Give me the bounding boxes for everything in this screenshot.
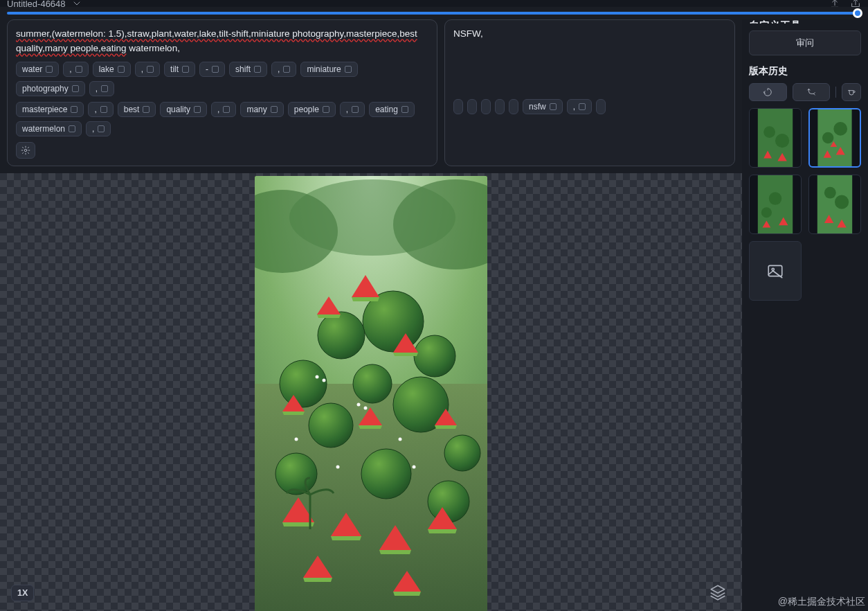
negative-tags: nsfw ,: [453, 99, 726, 114]
tag-remove-icon[interactable]: [182, 66, 189, 73]
svg-point-41: [824, 187, 836, 199]
svg-point-36: [822, 132, 833, 143]
tag-comma[interactable]: ,: [340, 102, 365, 117]
tag-remove-icon[interactable]: [100, 106, 107, 113]
positive-tags-row1: water , lake , tilt - shift , miniature …: [16, 62, 428, 96]
tag-many[interactable]: many: [240, 102, 283, 117]
thumb-2[interactable]: [808, 108, 861, 168]
tool-settings-icon[interactable]: [596, 99, 606, 114]
progress-slider[interactable]: [0, 7, 868, 19]
tag-remove-icon[interactable]: [212, 66, 219, 73]
tag-remove-icon[interactable]: [75, 66, 82, 73]
thumb-3[interactable]: [749, 175, 802, 234]
svg-point-0: [24, 149, 27, 152]
svg-point-27: [399, 437, 402, 441]
tool-image-icon[interactable]: [481, 99, 491, 114]
history-branch-button[interactable]: [793, 83, 831, 101]
negative-prompt-box[interactable]: NSFW, nsfw ,: [444, 19, 735, 166]
tag-remove-icon[interactable]: [69, 125, 75, 132]
svg-point-14: [414, 335, 455, 377]
tag-remove-icon[interactable]: [345, 66, 352, 73]
watermark-text: @稀土掘金技术社区: [778, 596, 865, 608]
tag-comma[interactable]: ,: [211, 102, 236, 117]
generated-image[interactable]: [255, 176, 487, 611]
tag-remove-icon[interactable]: [101, 85, 108, 92]
sidebar: 自定义工具 审问 版本历史: [742, 19, 868, 611]
svg-point-20: [444, 435, 480, 471]
settings-gear-icon[interactable]: [16, 142, 35, 159]
tag-remove-icon[interactable]: [118, 66, 125, 73]
tool-focus-icon[interactable]: [467, 99, 477, 114]
svg-point-21: [361, 449, 411, 499]
svg-point-29: [413, 465, 416, 468]
tag-tilt[interactable]: tilt: [164, 62, 195, 77]
tag-nsfw[interactable]: nsfw: [523, 99, 563, 114]
svg-point-25: [357, 402, 361, 406]
thumb-placeholder[interactable]: [749, 241, 802, 301]
tag-remove-icon[interactable]: [194, 106, 201, 113]
tag-remove-icon[interactable]: [401, 106, 408, 113]
layers-icon[interactable]: [709, 583, 727, 601]
history-undo-button[interactable]: [749, 83, 787, 101]
svg-point-39: [761, 207, 772, 218]
tag-dash[interactable]: -: [199, 62, 225, 77]
thumb-1[interactable]: [749, 108, 802, 168]
tag-photography[interactable]: photography: [16, 81, 85, 96]
tag-comma[interactable]: ,: [63, 62, 88, 77]
positive-tags-row2: masterpiece , best quality , many people…: [16, 102, 428, 136]
tag-comma[interactable]: ,: [271, 62, 296, 77]
tag-remove-icon[interactable]: [271, 106, 278, 113]
tag-remove-icon[interactable]: [72, 85, 79, 92]
tag-people[interactable]: people: [288, 102, 336, 117]
tag-comma[interactable]: ,: [567, 99, 592, 114]
tag-shift[interactable]: shift: [229, 62, 267, 77]
tag-remove-icon[interactable]: [98, 125, 105, 132]
svg-point-18: [309, 403, 353, 448]
tag-remove-icon[interactable]: [143, 106, 150, 113]
svg-point-38: [769, 192, 781, 204]
app-header: Untitled-46648: [0, 0, 868, 7]
zoom-level-badge[interactable]: 1X: [11, 585, 34, 601]
tag-remove-icon[interactable]: [254, 66, 261, 73]
tag-lake[interactable]: lake: [93, 62, 131, 77]
prompt-panels: summer,(watermelon: 1.5),straw,plant,wat…: [0, 19, 742, 173]
tag-comma[interactable]: ,: [135, 62, 160, 77]
positive-prompt-text[interactable]: summer,(watermelon: 1.5),straw,plant,wat…: [16, 27, 428, 56]
tag-comma[interactable]: ,: [88, 102, 113, 117]
tag-remove-icon[interactable]: [223, 106, 230, 113]
tag-remove-icon[interactable]: [550, 103, 557, 110]
tag-water[interactable]: water: [16, 62, 59, 77]
tag-best[interactable]: best: [118, 102, 156, 117]
review-button[interactable]: 审问: [749, 30, 861, 55]
tag-remove-icon[interactable]: [323, 106, 329, 113]
tool-crop-icon[interactable]: [453, 99, 463, 114]
svg-point-30: [336, 465, 340, 468]
tag-remove-icon[interactable]: [147, 66, 154, 73]
svg-rect-43: [768, 265, 782, 276]
thumb-4[interactable]: [808, 175, 861, 234]
tag-eating[interactable]: eating: [369, 102, 415, 117]
tag-remove-icon[interactable]: [283, 66, 290, 73]
positive-prompt-box[interactable]: summer,(watermelon: 1.5),straw,plant,wat…: [7, 19, 437, 166]
svg-point-16: [353, 364, 392, 403]
tag-masterpiece[interactable]: masterpiece: [16, 102, 84, 117]
tag-comma[interactable]: ,: [86, 121, 111, 136]
tag-miniature[interactable]: miniature: [300, 62, 357, 77]
svg-point-28: [295, 437, 298, 441]
tag-remove-icon[interactable]: [352, 106, 359, 113]
tool-play-icon[interactable]: [509, 99, 518, 114]
tag-remove-icon[interactable]: [579, 103, 586, 110]
tag-quality[interactable]: quality: [160, 102, 207, 117]
negative-prompt-text[interactable]: NSFW,: [453, 27, 726, 94]
tag-remove-icon[interactable]: [71, 106, 78, 113]
svg-point-23: [316, 375, 319, 378]
tag-remove-icon[interactable]: [46, 66, 53, 73]
tag-watermelon[interactable]: watermelon: [16, 121, 82, 136]
tag-comma[interactable]: ,: [89, 81, 114, 96]
canvas[interactable]: 1X: [0, 173, 742, 611]
slider-knob[interactable]: [853, 8, 862, 18]
history-cup-button[interactable]: [842, 83, 861, 101]
tool-link-icon[interactable]: [495, 99, 505, 114]
positive-tools: [16, 142, 428, 159]
svg-point-11: [289, 179, 455, 256]
